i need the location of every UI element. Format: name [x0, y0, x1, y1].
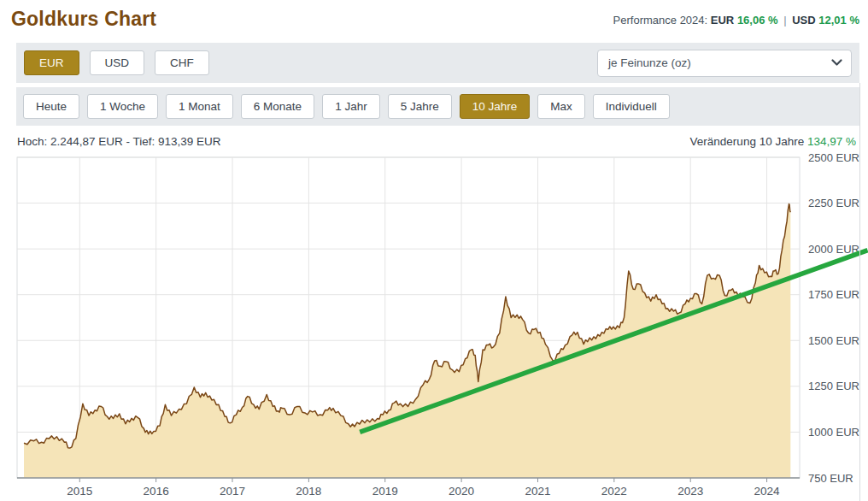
performance-separator: | [781, 14, 789, 27]
currency-button-eur[interactable]: EUR [24, 50, 79, 76]
range-button-6-monate[interactable]: 6 Monate [241, 94, 314, 120]
y-tick-label: 2250 EUR [808, 197, 859, 209]
y-tick-label: 1000 EUR [808, 426, 859, 439]
page-title: Goldkurs Chart [11, 8, 156, 31]
change-label: Veränderung 10 Jahre [690, 135, 805, 148]
performance-2024: Performance 2024: EUR 16,06 % | USD 12,0… [613, 14, 859, 27]
x-tick-label: 2017 [220, 485, 245, 498]
unit-select[interactable]: je Feinunze (oz) [597, 50, 852, 77]
range-button-5-jahre[interactable]: 5 Jahre [388, 94, 452, 120]
x-tick-label: 2019 [372, 485, 398, 498]
chevron-down-icon [831, 59, 842, 67]
range-button-1-woche[interactable]: 1 Woche [87, 94, 158, 120]
change-10-years: Veränderung 10 Jahre 134,97 % [690, 135, 856, 148]
stats-row: Hoch: 2.244,87 EUR - Tief: 913,39 EUR Ve… [0, 126, 868, 148]
price-chart-svg: 750 EUR1000 EUR1250 EUR1500 EUR1750 EUR2… [0, 151, 868, 501]
y-tick-label: 2500 EUR [808, 151, 859, 164]
goldkurs-chart-page: Goldkurs Chart Performance 2024: EUR 16,… [0, 0, 868, 501]
performance-usd-value: 12,01 % [818, 14, 859, 27]
x-tick-label: 2022 [601, 485, 627, 498]
currency-button-usd[interactable]: USD [90, 50, 145, 76]
performance-eur-value: 16,06 % [737, 14, 778, 27]
currency-button-group: EURUSDCHF [24, 50, 220, 76]
x-tick-label: 2023 [677, 485, 703, 498]
header: Goldkurs Chart Performance 2024: EUR 16,… [0, 0, 868, 43]
unit-select-value: je Feinunze (oz) [608, 56, 691, 69]
x-tick-label: 2024 [754, 485, 781, 498]
performance-eur-label: EUR [711, 14, 734, 27]
currency-toolbar: EURUSDCHF je Feinunze (oz) [16, 43, 859, 83]
range-button-1-jahr[interactable]: 1 Jahr [322, 94, 380, 120]
currency-button-chf[interactable]: CHF [155, 50, 209, 76]
range-button-individuell[interactable]: Individuell [593, 94, 670, 120]
change-value: 134,97 % [807, 135, 856, 148]
range-button-heute[interactable]: Heute [23, 94, 79, 120]
x-tick-label: 2015 [67, 485, 92, 498]
y-tick-label: 1750 EUR [808, 288, 859, 301]
x-tick-label: 2016 [144, 485, 169, 498]
performance-usd-label: USD [792, 14, 815, 27]
range-button-10-jahre[interactable]: 10 Jahre [460, 94, 531, 120]
content-right-divider [859, 83, 860, 501]
range-toolbar: Heute1 Woche1 Monat6 Monate1 Jahr5 Jahre… [16, 87, 859, 126]
y-tick-label: 1500 EUR [808, 334, 859, 347]
range-button-1-monat[interactable]: 1 Monat [166, 94, 233, 120]
x-tick-label: 2020 [449, 485, 474, 498]
x-tick-label: 2018 [296, 485, 321, 498]
y-tick-label: 750 EUR [808, 472, 853, 485]
performance-label: Performance 2024: [613, 14, 708, 27]
price-chart[interactable]: 750 EUR1000 EUR1250 EUR1500 EUR1750 EUR2… [0, 151, 868, 501]
y-tick-label: 1250 EUR [808, 380, 859, 392]
range-button-group: Heute1 Woche1 Monat6 Monate1 Jahr5 Jahre… [23, 94, 677, 120]
x-tick-label: 2021 [525, 485, 550, 498]
high-low-value: Hoch: 2.244,87 EUR - Tief: 913,39 EUR [17, 135, 221, 148]
range-button-max[interactable]: Max [537, 94, 585, 120]
